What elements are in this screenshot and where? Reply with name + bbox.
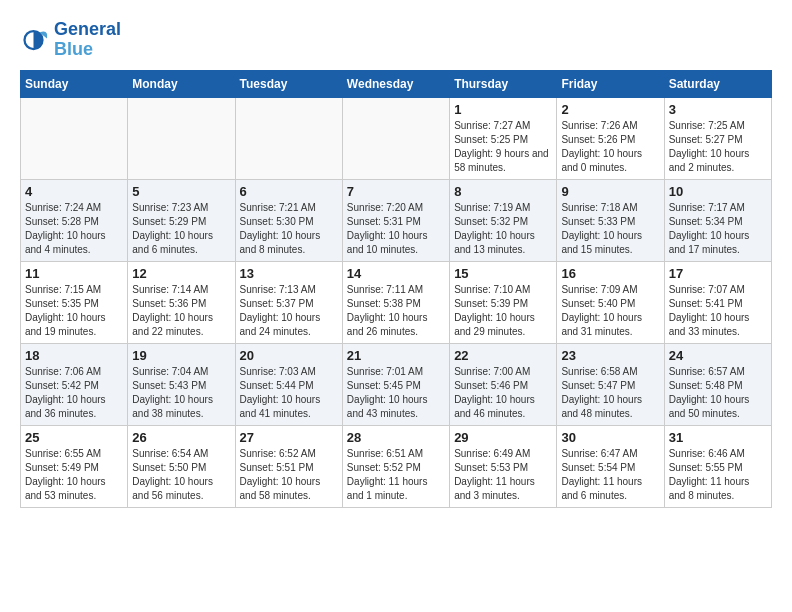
calendar-body: 1Sunrise: 7:27 AM Sunset: 5:25 PM Daylig… (21, 97, 772, 507)
calendar-day-cell: 9Sunrise: 7:18 AM Sunset: 5:33 PM Daylig… (557, 179, 664, 261)
calendar-day-cell: 3Sunrise: 7:25 AM Sunset: 5:27 PM Daylig… (664, 97, 771, 179)
day-number: 13 (240, 266, 338, 281)
day-info: Sunrise: 7:09 AM Sunset: 5:40 PM Dayligh… (561, 283, 659, 339)
calendar-day-cell: 25Sunrise: 6:55 AM Sunset: 5:49 PM Dayli… (21, 425, 128, 507)
calendar-day-cell: 2Sunrise: 7:26 AM Sunset: 5:26 PM Daylig… (557, 97, 664, 179)
calendar-day-cell: 1Sunrise: 7:27 AM Sunset: 5:25 PM Daylig… (450, 97, 557, 179)
calendar-day-cell: 24Sunrise: 6:57 AM Sunset: 5:48 PM Dayli… (664, 343, 771, 425)
day-number: 30 (561, 430, 659, 445)
day-info: Sunrise: 7:18 AM Sunset: 5:33 PM Dayligh… (561, 201, 659, 257)
day-number: 24 (669, 348, 767, 363)
day-info: Sunrise: 6:58 AM Sunset: 5:47 PM Dayligh… (561, 365, 659, 421)
day-info: Sunrise: 6:46 AM Sunset: 5:55 PM Dayligh… (669, 447, 767, 503)
day-info: Sunrise: 7:04 AM Sunset: 5:43 PM Dayligh… (132, 365, 230, 421)
day-number: 8 (454, 184, 552, 199)
calendar-day-cell (21, 97, 128, 179)
calendar-day-cell: 7Sunrise: 7:20 AM Sunset: 5:31 PM Daylig… (342, 179, 449, 261)
day-number: 28 (347, 430, 445, 445)
calendar-day-cell: 15Sunrise: 7:10 AM Sunset: 5:39 PM Dayli… (450, 261, 557, 343)
calendar-day-cell: 18Sunrise: 7:06 AM Sunset: 5:42 PM Dayli… (21, 343, 128, 425)
day-info: Sunrise: 7:07 AM Sunset: 5:41 PM Dayligh… (669, 283, 767, 339)
calendar-day-cell: 14Sunrise: 7:11 AM Sunset: 5:38 PM Dayli… (342, 261, 449, 343)
day-number: 3 (669, 102, 767, 117)
day-number: 12 (132, 266, 230, 281)
day-number: 27 (240, 430, 338, 445)
day-number: 25 (25, 430, 123, 445)
day-info: Sunrise: 7:27 AM Sunset: 5:25 PM Dayligh… (454, 119, 552, 175)
day-info: Sunrise: 7:14 AM Sunset: 5:36 PM Dayligh… (132, 283, 230, 339)
calendar-day-cell: 31Sunrise: 6:46 AM Sunset: 5:55 PM Dayli… (664, 425, 771, 507)
day-number: 10 (669, 184, 767, 199)
calendar-week-row: 4Sunrise: 7:24 AM Sunset: 5:28 PM Daylig… (21, 179, 772, 261)
day-info: Sunrise: 7:10 AM Sunset: 5:39 PM Dayligh… (454, 283, 552, 339)
day-number: 1 (454, 102, 552, 117)
calendar-day-cell: 11Sunrise: 7:15 AM Sunset: 5:35 PM Dayli… (21, 261, 128, 343)
weekday-header-cell: Tuesday (235, 70, 342, 97)
day-info: Sunrise: 7:20 AM Sunset: 5:31 PM Dayligh… (347, 201, 445, 257)
day-number: 31 (669, 430, 767, 445)
calendar-day-cell: 23Sunrise: 6:58 AM Sunset: 5:47 PM Dayli… (557, 343, 664, 425)
calendar-day-cell: 26Sunrise: 6:54 AM Sunset: 5:50 PM Dayli… (128, 425, 235, 507)
calendar-day-cell: 12Sunrise: 7:14 AM Sunset: 5:36 PM Dayli… (128, 261, 235, 343)
calendar-week-row: 25Sunrise: 6:55 AM Sunset: 5:49 PM Dayli… (21, 425, 772, 507)
calendar-week-row: 1Sunrise: 7:27 AM Sunset: 5:25 PM Daylig… (21, 97, 772, 179)
day-info: Sunrise: 7:17 AM Sunset: 5:34 PM Dayligh… (669, 201, 767, 257)
day-info: Sunrise: 6:52 AM Sunset: 5:51 PM Dayligh… (240, 447, 338, 503)
day-info: Sunrise: 7:03 AM Sunset: 5:44 PM Dayligh… (240, 365, 338, 421)
weekday-header-cell: Monday (128, 70, 235, 97)
day-number: 11 (25, 266, 123, 281)
day-info: Sunrise: 7:25 AM Sunset: 5:27 PM Dayligh… (669, 119, 767, 175)
logo: GeneralBlue (20, 20, 121, 60)
day-info: Sunrise: 7:26 AM Sunset: 5:26 PM Dayligh… (561, 119, 659, 175)
weekday-header-cell: Sunday (21, 70, 128, 97)
day-number: 22 (454, 348, 552, 363)
day-info: Sunrise: 7:00 AM Sunset: 5:46 PM Dayligh… (454, 365, 552, 421)
calendar-day-cell: 6Sunrise: 7:21 AM Sunset: 5:30 PM Daylig… (235, 179, 342, 261)
weekday-header-row: SundayMondayTuesdayWednesdayThursdayFrid… (21, 70, 772, 97)
page-header: GeneralBlue (20, 20, 772, 60)
day-number: 2 (561, 102, 659, 117)
day-info: Sunrise: 6:51 AM Sunset: 5:52 PM Dayligh… (347, 447, 445, 503)
calendar-day-cell: 16Sunrise: 7:09 AM Sunset: 5:40 PM Dayli… (557, 261, 664, 343)
day-number: 17 (669, 266, 767, 281)
day-info: Sunrise: 6:57 AM Sunset: 5:48 PM Dayligh… (669, 365, 767, 421)
day-info: Sunrise: 7:11 AM Sunset: 5:38 PM Dayligh… (347, 283, 445, 339)
day-info: Sunrise: 7:24 AM Sunset: 5:28 PM Dayligh… (25, 201, 123, 257)
day-info: Sunrise: 6:49 AM Sunset: 5:53 PM Dayligh… (454, 447, 552, 503)
calendar-day-cell (235, 97, 342, 179)
calendar-day-cell: 22Sunrise: 7:00 AM Sunset: 5:46 PM Dayli… (450, 343, 557, 425)
weekday-header-cell: Friday (557, 70, 664, 97)
logo-text: GeneralBlue (54, 20, 121, 60)
day-info: Sunrise: 6:47 AM Sunset: 5:54 PM Dayligh… (561, 447, 659, 503)
calendar-week-row: 11Sunrise: 7:15 AM Sunset: 5:35 PM Dayli… (21, 261, 772, 343)
day-number: 19 (132, 348, 230, 363)
day-number: 26 (132, 430, 230, 445)
calendar-week-row: 18Sunrise: 7:06 AM Sunset: 5:42 PM Dayli… (21, 343, 772, 425)
day-info: Sunrise: 7:13 AM Sunset: 5:37 PM Dayligh… (240, 283, 338, 339)
day-number: 6 (240, 184, 338, 199)
calendar-day-cell: 8Sunrise: 7:19 AM Sunset: 5:32 PM Daylig… (450, 179, 557, 261)
weekday-header-cell: Thursday (450, 70, 557, 97)
day-number: 15 (454, 266, 552, 281)
day-number: 5 (132, 184, 230, 199)
calendar-day-cell: 21Sunrise: 7:01 AM Sunset: 5:45 PM Dayli… (342, 343, 449, 425)
calendar-day-cell: 17Sunrise: 7:07 AM Sunset: 5:41 PM Dayli… (664, 261, 771, 343)
calendar-day-cell: 29Sunrise: 6:49 AM Sunset: 5:53 PM Dayli… (450, 425, 557, 507)
day-number: 7 (347, 184, 445, 199)
day-info: Sunrise: 7:15 AM Sunset: 5:35 PM Dayligh… (25, 283, 123, 339)
day-number: 29 (454, 430, 552, 445)
day-number: 9 (561, 184, 659, 199)
calendar-day-cell: 19Sunrise: 7:04 AM Sunset: 5:43 PM Dayli… (128, 343, 235, 425)
calendar-day-cell (342, 97, 449, 179)
day-number: 16 (561, 266, 659, 281)
day-number: 4 (25, 184, 123, 199)
day-number: 23 (561, 348, 659, 363)
day-info: Sunrise: 7:19 AM Sunset: 5:32 PM Dayligh… (454, 201, 552, 257)
day-number: 20 (240, 348, 338, 363)
calendar-day-cell: 30Sunrise: 6:47 AM Sunset: 5:54 PM Dayli… (557, 425, 664, 507)
day-number: 18 (25, 348, 123, 363)
calendar-day-cell: 4Sunrise: 7:24 AM Sunset: 5:28 PM Daylig… (21, 179, 128, 261)
calendar-day-cell: 20Sunrise: 7:03 AM Sunset: 5:44 PM Dayli… (235, 343, 342, 425)
calendar-day-cell: 10Sunrise: 7:17 AM Sunset: 5:34 PM Dayli… (664, 179, 771, 261)
day-number: 14 (347, 266, 445, 281)
